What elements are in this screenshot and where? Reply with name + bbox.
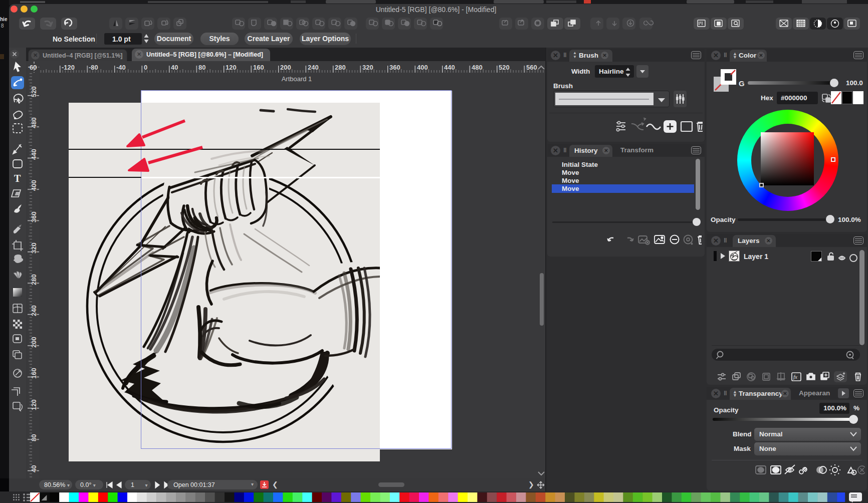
svg-text:200: 200 — [30, 337, 38, 348]
svg-text:160: 160 — [253, 64, 264, 71]
svg-text:80: 80 — [30, 434, 38, 441]
svg-text:520: 520 — [30, 86, 38, 97]
svg-text:280: 280 — [30, 274, 38, 285]
svg-text:240: 240 — [308, 64, 319, 71]
svg-text:520: 520 — [499, 64, 510, 71]
svg-text:400: 400 — [30, 180, 38, 191]
svg-text:280: 280 — [335, 64, 346, 71]
svg-text:fx: fx — [793, 374, 797, 380]
svg-text:320: 320 — [362, 64, 373, 71]
svg-text:40: 40 — [171, 64, 178, 71]
svg-text:360: 360 — [389, 64, 400, 71]
svg-text:240: 240 — [30, 305, 38, 316]
svg-text:-80: -80 — [89, 64, 98, 71]
svg-text:160: 160 — [30, 368, 38, 379]
svg-text:-40: -40 — [116, 64, 126, 71]
svg-text:320: 320 — [30, 242, 38, 254]
svg-text:0: 0 — [144, 64, 147, 71]
svg-text:440: 440 — [444, 64, 455, 71]
svg-text:360: 360 — [30, 211, 38, 222]
svg-text:480: 480 — [472, 64, 483, 71]
svg-text:440: 440 — [30, 149, 38, 160]
svg-text:T: T — [14, 173, 21, 184]
svg-text:-120: -120 — [62, 64, 75, 71]
svg-text:480: 480 — [30, 117, 38, 128]
svg-text:560: 560 — [526, 64, 537, 71]
svg-text:400: 400 — [417, 64, 428, 71]
svg-text:80: 80 — [198, 64, 205, 71]
svg-text:200: 200 — [280, 64, 291, 71]
svg-text:120: 120 — [30, 399, 38, 410]
svg-text:40: 40 — [30, 465, 38, 472]
svg-text:120: 120 — [226, 64, 237, 71]
